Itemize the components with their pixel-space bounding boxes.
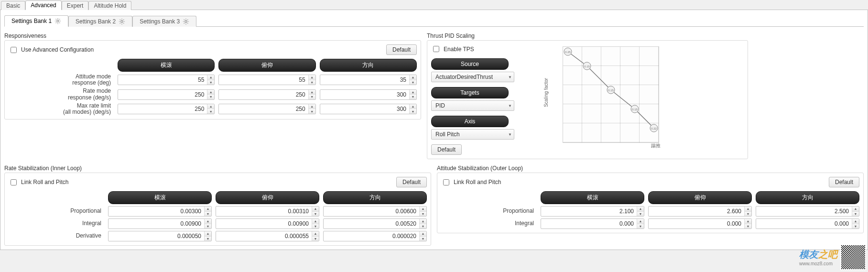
outer-i-pitch-input[interactable]: ▲▼ — [648, 218, 752, 229]
use-advanced-config[interactable]: Use Advanced Configuration — [9, 45, 94, 54]
attitude-yaw-input[interactable]: ▲▼ — [320, 75, 417, 85]
spin-up-icon[interactable]: ▲ — [852, 219, 859, 224]
rate-yaw-value[interactable] — [320, 90, 409, 99]
inner-i-yaw-value[interactable] — [324, 219, 419, 228]
outer-i-pitch-value[interactable] — [649, 219, 744, 228]
maxrate-roll-input[interactable]: ▲▼ — [118, 104, 215, 114]
inner-p-pitch-input[interactable]: ▲▼ — [216, 206, 319, 217]
outer-i-yaw-value[interactable] — [756, 219, 852, 228]
inner-d-pitch-value[interactable] — [216, 231, 312, 241]
spin-up-icon[interactable]: ▲ — [312, 219, 319, 224]
outer-p-roll-value[interactable] — [541, 207, 637, 216]
tab-bank-2[interactable]: Settings Bank 2 — [68, 16, 132, 27]
spin-up-icon[interactable]: ▲ — [420, 219, 426, 224]
inner-d-roll-value[interactable] — [108, 231, 204, 241]
inner-p-pitch-value[interactable] — [216, 207, 312, 216]
inner-link-roll-pitch[interactable]: Link Roll and Pitch — [9, 178, 68, 187]
maxrate-yaw-input[interactable]: ▲▼ — [320, 104, 417, 114]
spin-down-icon[interactable]: ▼ — [745, 224, 751, 229]
inner-p-roll-input[interactable]: ▲▼ — [108, 206, 212, 217]
rate-pitch-input[interactable]: ▲▼ — [218, 89, 315, 100]
spin-up-icon[interactable]: ▲ — [637, 219, 644, 224]
spin-down-icon[interactable]: ▼ — [312, 237, 319, 241]
spin-up-icon[interactable]: ▲ — [420, 207, 426, 212]
tab-basic[interactable]: Basic — [1, 1, 25, 10]
spin-up-icon[interactable]: ▲ — [207, 90, 214, 95]
spin-down-icon[interactable]: ▼ — [205, 212, 211, 217]
spin-down-icon[interactable]: ▼ — [410, 80, 416, 85]
responsiveness-default-button[interactable]: Default — [386, 44, 417, 55]
inner-i-roll-value[interactable] — [108, 219, 204, 228]
spin-down-icon[interactable]: ▼ — [205, 237, 211, 241]
inner-i-pitch-value[interactable] — [216, 219, 312, 228]
inner-i-roll-input[interactable]: ▲▼ — [108, 218, 212, 229]
outer-link-roll-pitch[interactable]: Link Roll and Pitch — [441, 178, 501, 187]
spin-down-icon[interactable]: ▼ — [205, 224, 211, 229]
inner-d-yaw-input[interactable]: ▲▼ — [323, 231, 427, 241]
inner-p-yaw-input[interactable]: ▲▼ — [323, 206, 427, 217]
spin-down-icon[interactable]: ▼ — [207, 80, 214, 85]
tab-altitude-hold[interactable]: Altitude Hold — [88, 1, 131, 10]
spin-up-icon[interactable]: ▲ — [309, 75, 315, 80]
spin-up-icon[interactable]: ▲ — [745, 207, 751, 212]
maxrate-pitch-value[interactable] — [219, 104, 308, 114]
outer-p-pitch-value[interactable] — [649, 207, 744, 216]
spin-up-icon[interactable]: ▲ — [205, 219, 211, 224]
attitude-roll-input[interactable]: ▲▼ — [118, 75, 215, 85]
spin-up-icon[interactable]: ▲ — [637, 207, 644, 212]
inner-d-pitch-input[interactable]: ▲▼ — [216, 231, 319, 241]
spin-down-icon[interactable]: ▼ — [309, 109, 315, 114]
spin-up-icon[interactable]: ▲ — [312, 231, 319, 237]
spin-down-icon[interactable]: ▼ — [207, 109, 214, 114]
spin-up-icon[interactable]: ▲ — [410, 90, 416, 95]
spin-up-icon[interactable]: ▲ — [207, 104, 214, 109]
maxrate-roll-value[interactable] — [118, 104, 207, 114]
spin-down-icon[interactable]: ▼ — [420, 237, 426, 241]
spin-down-icon[interactable]: ▼ — [420, 224, 426, 229]
spin-down-icon[interactable]: ▼ — [637, 212, 644, 217]
spin-down-icon[interactable]: ▼ — [312, 224, 319, 229]
maxrate-yaw-value[interactable] — [320, 104, 409, 114]
outer-p-yaw-value[interactable] — [756, 207, 852, 216]
spin-up-icon[interactable]: ▲ — [410, 104, 416, 109]
enable-tps-checkbox[interactable] — [433, 46, 439, 52]
outer-p-pitch-input[interactable]: ▲▼ — [648, 206, 752, 217]
rate-roll-input[interactable]: ▲▼ — [118, 89, 215, 100]
tps-chart[interactable]: 0.250.150.150.150.22 踹推 — [563, 46, 659, 143]
inner-d-roll-input[interactable]: ▲▼ — [108, 231, 212, 241]
spin-up-icon[interactable]: ▲ — [410, 75, 416, 80]
spin-down-icon[interactable]: ▼ — [309, 80, 315, 85]
spin-down-icon[interactable]: ▼ — [637, 224, 644, 229]
spin-up-icon[interactable]: ▲ — [207, 75, 214, 80]
inner-p-yaw-value[interactable] — [324, 207, 419, 216]
attitude-roll-value[interactable] — [118, 75, 207, 85]
use-advanced-config-checkbox[interactable] — [11, 47, 17, 53]
inner-i-pitch-input[interactable]: ▲▼ — [216, 218, 319, 229]
enable-tps[interactable]: Enable TPS — [431, 44, 517, 54]
tps-default-button[interactable]: Default — [431, 144, 462, 155]
tps-source-combo[interactable]: ActuatorDesiredThrust ▼ — [431, 72, 514, 82]
spin-down-icon[interactable]: ▼ — [852, 212, 859, 217]
spin-down-icon[interactable]: ▼ — [420, 212, 426, 217]
spin-up-icon[interactable]: ▲ — [745, 219, 751, 224]
outer-i-roll-input[interactable]: ▲▼ — [541, 218, 644, 229]
inner-d-yaw-value[interactable] — [324, 231, 419, 241]
rate-yaw-input[interactable]: ▲▼ — [320, 89, 417, 100]
spin-down-icon[interactable]: ▼ — [745, 212, 751, 217]
outer-default-button[interactable]: Default — [829, 177, 859, 187]
spin-up-icon[interactable]: ▲ — [852, 207, 859, 212]
maxrate-pitch-input[interactable]: ▲▼ — [218, 104, 315, 114]
tps-targets-combo[interactable]: PID ▼ — [431, 100, 514, 111]
tab-bank-3[interactable]: Settings Bank 3 — [132, 16, 196, 27]
inner-link-checkbox[interactable] — [11, 179, 17, 185]
outer-p-yaw-input[interactable]: ▲▼ — [756, 206, 859, 217]
inner-p-roll-value[interactable] — [108, 207, 204, 216]
attitude-pitch-value[interactable] — [219, 75, 308, 85]
outer-p-roll-input[interactable]: ▲▼ — [541, 206, 644, 217]
outer-link-checkbox[interactable] — [443, 179, 449, 185]
spin-up-icon[interactable]: ▲ — [420, 231, 426, 237]
spin-down-icon[interactable]: ▼ — [852, 224, 859, 229]
spin-down-icon[interactable]: ▼ — [312, 212, 319, 217]
spin-up-icon[interactable]: ▲ — [205, 231, 211, 237]
attitude-yaw-value[interactable] — [320, 75, 409, 85]
